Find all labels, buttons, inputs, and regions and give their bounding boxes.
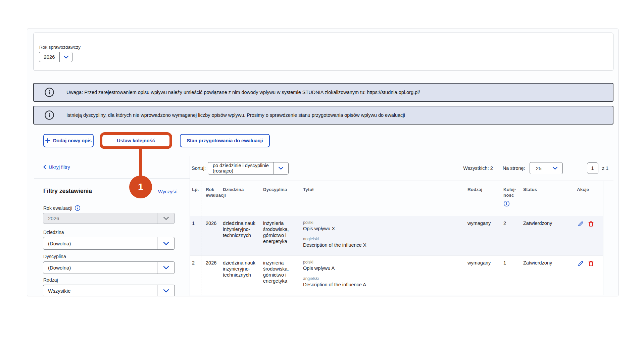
chevron-left-icon <box>43 165 46 169</box>
chevron-down-icon[interactable] <box>157 285 175 296</box>
set-order-button[interactable]: Ustaw kolejność <box>117 138 155 143</box>
add-new-description-label: Dodaj nowy opis <box>53 138 92 143</box>
annotation-step-number: 1 <box>138 182 143 192</box>
sort-select[interactable]: po dziedzinie i dyscyplinie (rosnąco) <box>208 162 289 175</box>
table-bottom-border <box>190 295 613 295</box>
title-pl: Opis wpływu X <box>303 226 464 232</box>
kind-filter-select[interactable]: Wszystkie <box>43 285 175 296</box>
header-kind: Rodzaj <box>467 181 502 216</box>
evaluation-year-select: 2026 <box>43 213 175 224</box>
header-order: Kolej- ność <box>502 181 523 216</box>
lang-en-label: angielski <box>303 237 464 241</box>
row-actions <box>577 216 605 255</box>
row-domain-link[interactable]: dziedzina nauk inżynieryjno-technicznych <box>223 216 263 255</box>
title-en: Description of the influence X <box>303 242 464 248</box>
lang-pl-label: polski <box>303 220 464 225</box>
discipline-filter-label: Dyscyplina <box>43 254 66 259</box>
domain-filter-value: (Dowolna) <box>43 237 157 249</box>
header-lp: Lp. <box>192 181 201 216</box>
chevron-down-icon[interactable] <box>157 237 175 249</box>
plus-icon <box>45 138 50 143</box>
info-icon[interactable] <box>503 200 520 208</box>
chevron-down-icon <box>157 213 175 224</box>
discipline-filter-value: (Dowolna) <box>43 262 157 274</box>
current-page-input[interactable]: 1 <box>587 162 598 174</box>
row-domain-link[interactable]: dziedzina nauk inżynieryjno-technicznych <box>223 256 263 295</box>
header-domain: Dziedzina <box>223 181 263 216</box>
info-banner-text: Istnieją dyscypliny, dla których nie wpr… <box>66 112 405 118</box>
per-page-select[interactable]: 25 <box>530 162 563 174</box>
annotation-highlight-box: Ustaw kolejność <box>100 132 172 149</box>
header-status: Status <box>523 181 577 216</box>
reporting-year-select[interactable]: 2026 <box>39 52 72 62</box>
reporting-year-card: Rok sprawozdawczy 2026 <box>33 33 613 71</box>
row-order: 1 <box>502 256 523 295</box>
row-evaluation-year: 2026 <box>201 216 223 255</box>
chevron-down-icon[interactable] <box>157 262 175 274</box>
row-kind: wymagany <box>467 256 502 295</box>
table-header-row: Lp. Rok ewaluacji Dziedzina Dyscyplina T… <box>190 181 603 216</box>
page-of-label: z 1 <box>602 165 608 171</box>
header-evaluation-year: Rok ewaluacji <box>201 181 223 216</box>
row-order: 2 <box>502 216 523 255</box>
chevron-down-icon[interactable] <box>59 52 72 62</box>
filters-title: Filtry zestawienia <box>43 188 92 195</box>
info-icon <box>75 205 81 211</box>
info-banner-text: Uwaga: Przed zarejestrowaniem opisu wpły… <box>66 90 420 95</box>
domain-filter-label: Dziedzina <box>43 230 64 235</box>
delete-icon[interactable] <box>587 260 595 267</box>
row-actions <box>577 256 605 295</box>
row-title: polski Opis wpływu A angielski Descripti… <box>303 256 467 295</box>
edit-icon[interactable] <box>577 260 584 267</box>
results-table: Lp. Rok ewaluacji Dziedzina Dyscyplina T… <box>190 181 603 295</box>
chevron-down-icon[interactable] <box>548 162 562 174</box>
evaluation-year-value: 2026 <box>43 213 157 224</box>
evaluation-readiness-label: Stan przygotowania do ewaluacji <box>187 138 263 143</box>
row-title: polski Opis wpływu X angielski Descripti… <box>303 216 467 255</box>
info-icon <box>44 110 54 120</box>
table-row: 1 2026 dziedzina nauk inżynieryjno-techn… <box>190 216 603 255</box>
per-page-label: Na stronę: <box>503 165 525 171</box>
evaluation-year-label: Rok ewaluacji <box>43 205 81 211</box>
evaluation-readiness-button[interactable]: Stan przygotowania do ewaluacji <box>180 134 270 147</box>
table-row: 2 2026 dziedzina nauk inżynieryjno-techn… <box>190 255 603 295</box>
header-actions: Akcje <box>577 181 605 216</box>
content-panel: Rok sprawozdawczy 2026 Uwaga: Przed zare… <box>27 29 618 296</box>
annotation-step-badge: 1 <box>129 176 152 198</box>
clear-filters-link[interactable]: Wyczyść <box>158 189 177 194</box>
reporting-year-label: Rok sprawozdawczy <box>39 45 81 50</box>
info-icon <box>44 87 54 97</box>
kind-filter-value: Wszystkie <box>43 285 157 296</box>
row-discipline-link[interactable]: inżynieria środowiska, górnictwo i energ… <box>263 216 303 255</box>
sort-label: Sortuj: <box>192 165 206 171</box>
edit-icon[interactable] <box>577 220 584 228</box>
row-kind: wymagany <box>467 216 502 255</box>
row-lp: 1 <box>192 216 201 255</box>
annotation-stem <box>139 148 142 177</box>
info-banner-disciplines: Istnieją dyscypliny, dla których nie wpr… <box>33 106 613 125</box>
row-status: Zatwierdzony <box>523 216 577 255</box>
hide-filters-link[interactable]: Ukryj filtry <box>43 164 70 170</box>
sort-value: po dziedzinie i dyscyplinie (rosnąco) <box>208 162 274 174</box>
filters-panel: Ukryj filtry Filtry zestawienia Wyczyść … <box>34 156 190 296</box>
filters-header-strip: Ukryj filtry <box>34 156 190 179</box>
chevron-down-icon[interactable] <box>274 162 288 174</box>
discipline-filter-select[interactable]: (Dowolna) <box>43 261 175 274</box>
lang-pl-label: polski <box>303 260 464 264</box>
row-discipline-link[interactable]: inżynieria środowiska, górnictwo i energ… <box>263 256 303 295</box>
title-en: Description of the influence A <box>303 282 464 288</box>
delete-icon[interactable] <box>587 220 595 228</box>
row-lp: 2 <box>192 256 201 295</box>
lang-en-label: angielski <box>303 276 464 281</box>
row-evaluation-year: 2026 <box>201 256 223 295</box>
domain-filter-select[interactable]: (Dowolna) <box>43 237 175 250</box>
row-status: Zatwierdzony <box>523 256 577 295</box>
add-new-description-button[interactable]: Dodaj nowy opis <box>43 134 94 147</box>
reporting-year-value: 2026 <box>39 52 59 62</box>
title-pl: Opis wpływu A <box>303 266 464 271</box>
header-title: Tytuł <box>303 181 467 216</box>
kind-filter-label: Rodzaj <box>43 277 58 283</box>
header-discipline: Dyscyplina <box>263 181 303 216</box>
list-toolbar: Sortuj: po dziedzinie i dyscyplinie (ros… <box>190 156 613 181</box>
info-banner-studnia: Uwaga: Przed zarejestrowaniem opisu wpły… <box>33 83 613 102</box>
